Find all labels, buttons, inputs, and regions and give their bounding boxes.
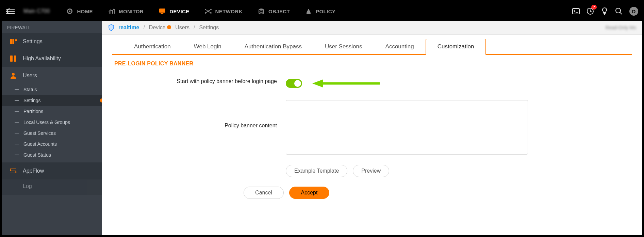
main-panel: realtime / Device / Users / Settings Rea… [102, 21, 642, 235]
breadcrumb: realtime / Device / Users / Settings Rea… [102, 21, 642, 35]
home-icon [66, 7, 73, 15]
svg-point-17 [15, 39, 17, 41]
top-nav-items: HOME MONITOR DEVICE NETWORK OBJECT P [59, 7, 343, 15]
svg-point-20 [12, 73, 15, 76]
user-avatar[interactable]: D [629, 7, 638, 16]
toggle-label: Start with policy banner before login pa… [112, 78, 286, 89]
section-title: PRE-LOGIN POLICY BANNER [112, 55, 632, 67]
svg-rect-16 [13, 39, 14, 44]
network-icon [204, 7, 212, 15]
form-row-toggle: Start with policy banner before login pa… [112, 78, 632, 89]
sidebar-item-settings[interactable]: Settings [2, 33, 102, 50]
sidebar-sub-local-users-groups[interactable]: Local Users & Groups [2, 117, 102, 128]
svg-rect-5 [160, 14, 164, 14]
ha-icon [9, 54, 17, 63]
sidebar-sub-status[interactable]: Status [2, 84, 102, 95]
svg-point-11 [259, 9, 264, 11]
breadcrumb-part[interactable]: Users [175, 25, 189, 31]
sidebar-sub-guest-accounts[interactable]: Guest Accounts [2, 139, 102, 149]
sidebar-item-users[interactable]: Users [2, 67, 102, 84]
sidebar-item-label: High Availability [23, 56, 61, 62]
nav-label: HOME [77, 9, 93, 14]
nav-label: OBJECT [268, 9, 290, 14]
tab-customization[interactable]: Customization [426, 39, 486, 55]
sidebar-sub-label: Settings [23, 98, 41, 103]
breadcrumb-sep: / [194, 25, 195, 31]
object-icon [258, 7, 265, 15]
search-icon[interactable] [615, 7, 623, 15]
sidebar-item-label: Users [23, 73, 37, 79]
nav-network[interactable]: NETWORK [197, 7, 250, 15]
annotation-arrow [312, 78, 380, 89]
svg-rect-3 [159, 9, 165, 13]
svg-rect-4 [161, 13, 163, 14]
policy-banner-toggle[interactable] [286, 79, 302, 88]
breadcrumb-root[interactable]: realtime [118, 25, 139, 31]
preview-button[interactable]: Preview [353, 165, 389, 177]
active-indicator-dot [167, 25, 171, 29]
sidebar-sub-label: Guest Status [23, 152, 51, 158]
user-icon [9, 72, 17, 80]
sidebar-sub-guest-status[interactable]: Guest Status [2, 149, 102, 160]
tab-authentication-bypass[interactable]: Authentication Bypass [233, 39, 313, 54]
sidebar-sub-label: Guest Services [23, 130, 56, 136]
tabs: Authentication Web Login Authentication … [112, 38, 632, 55]
notification-badge: 7 [591, 5, 597, 10]
activity-icon[interactable]: 7 [587, 7, 594, 15]
nav-monitor[interactable]: MONITOR [100, 7, 151, 15]
svg-rect-19 [14, 56, 16, 62]
sidebar-section-label: FIREWALL [2, 21, 102, 33]
nav-device[interactable]: DEVICE [151, 7, 197, 15]
active-indicator-dot [100, 98, 102, 102]
cancel-button[interactable]: Cancel [244, 187, 284, 199]
settings-fw-icon [9, 37, 17, 46]
breadcrumb-part[interactable]: Device [149, 25, 166, 31]
device-icon [159, 7, 166, 15]
policy-banner-textarea[interactable] [286, 100, 528, 155]
sidebar-item-high-availability[interactable]: High Availability [2, 50, 102, 67]
nav-home[interactable]: HOME [59, 7, 100, 15]
tab-web-login[interactable]: Web Login [182, 39, 233, 54]
shield-icon [108, 24, 114, 31]
menu-back-button[interactable] [6, 8, 15, 14]
sidebar-sub-guest-services[interactable]: Guest Services [2, 128, 102, 139]
sidebar-sub-label: Status [23, 87, 37, 92]
appflow-icon [9, 167, 17, 175]
sidebar: SONICWALL FIREWALL Settings High Availab… [2, 21, 102, 235]
nav-label: POLICY [316, 9, 335, 14]
sidebar-item-label: Settings [23, 38, 43, 45]
sidebar-sub-partitions[interactable]: Partitions [2, 106, 102, 117]
nav-policy[interactable]: POLICY [297, 7, 343, 15]
nav-label: NETWORK [215, 9, 243, 14]
form-row-content: Policy banner content Example Template P… [112, 100, 632, 177]
accept-button[interactable]: Accept [289, 187, 329, 199]
context-name: Main C700 [23, 8, 50, 14]
content-label: Policy banner content [112, 100, 286, 177]
nav-label: MONITOR [119, 9, 144, 14]
nav-label: DEVICE [169, 9, 189, 14]
sidebar-item-log[interactable]: Log [2, 179, 102, 195]
sidebar-item-label: Log [23, 183, 32, 189]
svg-point-14 [616, 8, 621, 13]
example-template-button[interactable]: Example Template [286, 165, 347, 177]
svg-rect-12 [573, 9, 579, 14]
console-icon[interactable] [572, 7, 580, 15]
nav-object[interactable]: OBJECT [250, 7, 297, 15]
tab-authentication[interactable]: Authentication [122, 39, 182, 54]
mode-indicator: Read-Only Mo [606, 25, 636, 30]
svg-rect-15 [10, 39, 13, 44]
breadcrumb-sep: / [143, 25, 145, 31]
tab-user-sessions[interactable]: User Sessions [313, 39, 374, 54]
monitor-icon [108, 7, 115, 15]
sidebar-sub-label: Local Users & Groups [23, 120, 70, 125]
sidebar-sub-label: Guest Accounts [23, 141, 57, 147]
breadcrumb-part[interactable]: Settings [199, 25, 219, 31]
sidebar-item-appflow[interactable]: AppFlow [2, 162, 102, 179]
top-nav: Main C700 HOME MONITOR DEVICE NETWORK [2, 2, 642, 21]
log-icon [9, 182, 17, 190]
tab-accounting[interactable]: Accounting [374, 39, 426, 54]
lightbulb-icon[interactable] [601, 7, 608, 15]
sidebar-sub-settings[interactable]: Settings [2, 95, 102, 106]
top-right-actions: 7 D [572, 7, 638, 16]
svg-rect-18 [10, 56, 13, 62]
